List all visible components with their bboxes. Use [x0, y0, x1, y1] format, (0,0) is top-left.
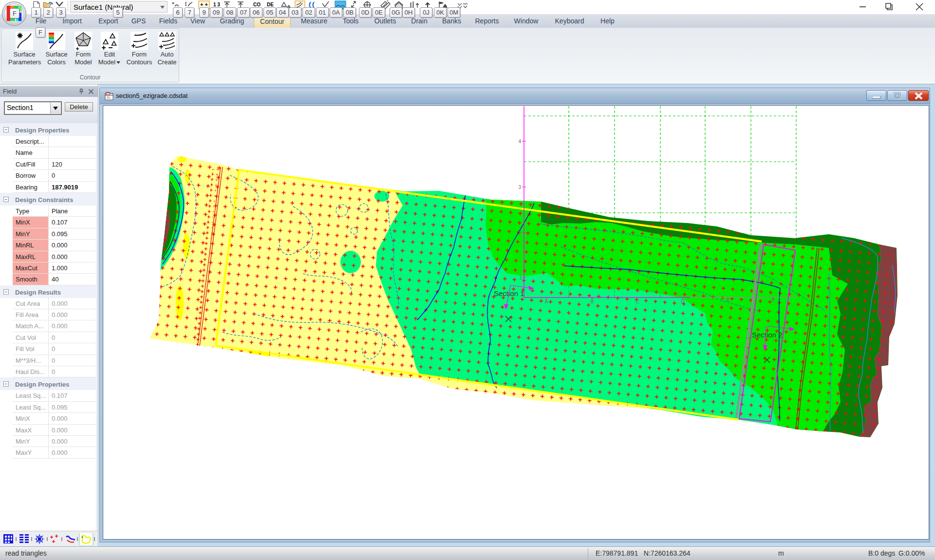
svg-text:F: F [772, 298, 775, 303]
svg-text:C: C [636, 299, 639, 304]
svg-text:D: D [681, 299, 684, 304]
svg-text:4: 4 [518, 139, 521, 144]
svg-text:E: E [727, 298, 730, 303]
svg-text:+ +: + + [200, 1, 208, 7]
svg-text:Section 2: Section 2 [752, 331, 783, 339]
svg-text:A: A [545, 299, 548, 304]
svg-text:3: 3 [518, 185, 521, 190]
svg-text:1: 1 [519, 275, 522, 280]
svg-text:DE: DE [267, 2, 274, 7]
svg-text:B: B [591, 299, 594, 304]
svg-text:2: 2 [518, 230, 521, 236]
svg-text:1 3: 1 3 [213, 2, 220, 7]
svg-text:CO: CO [253, 2, 261, 7]
